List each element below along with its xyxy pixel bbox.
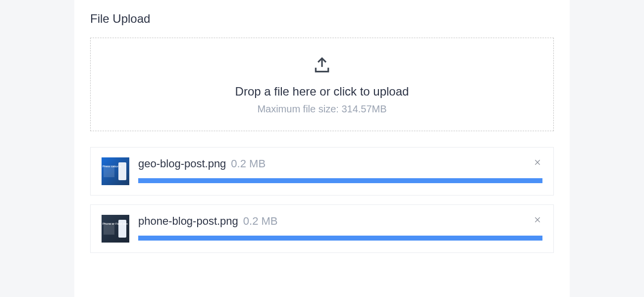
file-thumbnail-text: Press cation s [103, 164, 121, 168]
panel-title: File Upload [90, 12, 554, 26]
file-item: Phone er Field ormphone-blog-post.png0.2… [90, 204, 554, 253]
close-icon [534, 158, 541, 166]
file-item: Press cation sgeo-blog-post.png0.2 MB [90, 147, 554, 196]
file-size: 0.2 MB [243, 215, 278, 228]
file-body: phone-blog-post.png0.2 MB [138, 215, 542, 241]
progress-bar [138, 236, 542, 241]
file-thumbnail: Press cation s [102, 157, 129, 185]
file-name-row: phone-blog-post.png0.2 MB [138, 215, 542, 228]
file-thumbnail-text: Phone er Field orm [103, 222, 128, 226]
file-size: 0.2 MB [231, 157, 266, 170]
file-name: geo-blog-post.png [138, 157, 226, 170]
dropzone-secondary-text: Maximum file size: 314.57MB [101, 103, 543, 115]
file-thumbnail: Phone er Field orm [102, 215, 129, 243]
file-upload-panel: File Upload Drop a file here or click to… [74, 0, 570, 297]
remove-file-button[interactable] [533, 157, 542, 167]
dropzone-primary-text: Drop a file here or click to upload [101, 85, 543, 99]
file-list: Press cation sgeo-blog-post.png0.2 MBPho… [90, 147, 554, 253]
file-body: geo-blog-post.png0.2 MB [138, 157, 542, 183]
file-name: phone-blog-post.png [138, 215, 238, 228]
progress-fill [138, 236, 542, 241]
remove-file-button[interactable] [533, 215, 542, 225]
close-icon [534, 216, 541, 224]
progress-bar [138, 178, 542, 183]
file-name-row: geo-blog-post.png0.2 MB [138, 157, 542, 170]
upload-icon [313, 56, 331, 77]
progress-fill [138, 178, 542, 183]
dropzone[interactable]: Drop a file here or click to upload Maxi… [90, 38, 554, 131]
